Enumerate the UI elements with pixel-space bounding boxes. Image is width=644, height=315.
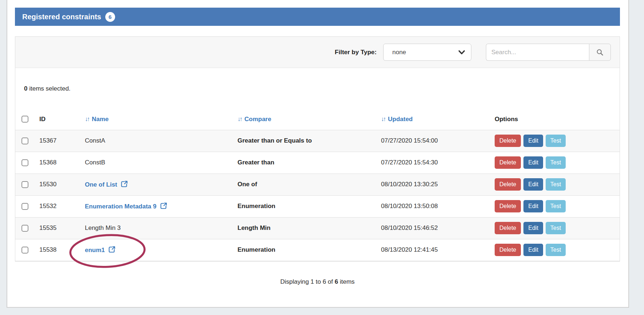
paging-status: Displaying 1 to 6 of 6 items bbox=[15, 278, 620, 286]
external-link-icon[interactable] bbox=[160, 202, 167, 210]
test-button[interactable]: Test bbox=[546, 178, 566, 191]
row-checkbox[interactable] bbox=[21, 225, 28, 232]
page-background: Registered constraints 6 Filter by Type:… bbox=[0, 0, 644, 315]
selection-status: 0 items selected. bbox=[15, 68, 620, 109]
row-updated: 07/27/2020 15:54:30 bbox=[381, 159, 438, 166]
edit-button[interactable]: Edit bbox=[523, 244, 543, 256]
row-name-link[interactable]: Enumeration Metadata 9 bbox=[85, 203, 157, 210]
row-name: ConstA bbox=[85, 137, 105, 144]
type-filter-value: none bbox=[392, 49, 406, 56]
external-link-icon[interactable] bbox=[108, 246, 115, 253]
row-compare: Greater than bbox=[237, 159, 274, 166]
panel-header: Registered constraints 6 bbox=[15, 8, 620, 26]
row-checkbox[interactable] bbox=[21, 203, 28, 210]
row-updated: 08/13/2020 12:41:45 bbox=[381, 246, 438, 253]
table-header-row: ID ↓↑Name ↓↑Compare ↓↑Updated Options bbox=[15, 109, 620, 130]
sort-icon: ↓↑ bbox=[85, 116, 89, 123]
table-row: 15367 ConstA Greater than or Equals to 0… bbox=[15, 130, 620, 152]
row-id: 15532 bbox=[39, 203, 56, 210]
edit-button[interactable]: Edit bbox=[523, 200, 543, 212]
row-checkbox[interactable] bbox=[21, 247, 28, 254]
row-id: 15368 bbox=[39, 159, 56, 166]
delete-button[interactable]: Delete bbox=[495, 135, 521, 147]
row-updated: 07/27/2020 15:54:00 bbox=[381, 137, 438, 144]
column-header-updated[interactable]: ↓↑Updated bbox=[375, 109, 488, 130]
delete-button[interactable]: Delete bbox=[495, 200, 521, 212]
count-badge: 6 bbox=[105, 12, 115, 22]
selected-text: items selected. bbox=[27, 85, 70, 92]
table-row: 15368 ConstB Greater than 07/27/2020 15:… bbox=[15, 152, 620, 174]
search-input[interactable] bbox=[486, 44, 589, 61]
row-name: Length Min 3 bbox=[85, 224, 121, 231]
total-items: 6 bbox=[335, 278, 338, 285]
sort-icon: ↓↑ bbox=[381, 116, 385, 123]
row-compare: Greater than or Equals to bbox=[237, 137, 312, 144]
edit-button[interactable]: Edit bbox=[523, 135, 543, 147]
constraints-card: Filter by Type: none bbox=[15, 36, 620, 262]
row-name-link[interactable]: One of List bbox=[85, 181, 117, 188]
row-id: 15367 bbox=[39, 137, 56, 144]
filter-toolbar: Filter by Type: none bbox=[15, 37, 620, 68]
row-id: 15538 bbox=[39, 246, 56, 253]
row-id: 15530 bbox=[39, 181, 56, 188]
filter-by-type-label: Filter by Type: bbox=[335, 49, 377, 56]
sort-icon: ↓↑ bbox=[237, 116, 242, 123]
row-checkbox[interactable] bbox=[21, 137, 28, 144]
constraints-table: ID ↓↑Name ↓↑Compare ↓↑Updated Options 15… bbox=[15, 109, 620, 261]
edit-button[interactable]: Edit bbox=[523, 156, 543, 169]
test-button[interactable]: Test bbox=[546, 135, 566, 147]
content-panel: Registered constraints 6 Filter by Type:… bbox=[7, 0, 629, 308]
test-button[interactable]: Test bbox=[546, 200, 566, 212]
row-id: 15535 bbox=[39, 224, 56, 231]
delete-button[interactable]: Delete bbox=[495, 178, 521, 191]
delete-button[interactable]: Delete bbox=[495, 222, 521, 234]
row-compare: One of bbox=[237, 181, 257, 188]
delete-button[interactable]: Delete bbox=[495, 156, 521, 169]
column-header-name[interactable]: ↓↑Name bbox=[79, 109, 231, 130]
row-updated: 08/10/2020 13:50:08 bbox=[381, 203, 438, 210]
search-group bbox=[486, 44, 611, 61]
row-compare: Enumeration bbox=[237, 203, 275, 210]
table-row: 15535 Length Min 3 Length Min 08/10/2020… bbox=[15, 217, 620, 239]
edit-button[interactable]: Edit bbox=[523, 178, 543, 191]
row-checkbox[interactable] bbox=[21, 181, 28, 188]
row-compare: Enumeration bbox=[237, 246, 275, 253]
table-row: 15530 One of List One of 08/10/2020 13:3… bbox=[15, 174, 620, 195]
table-row: 15532 Enumeration Metadata 9 Enumeration… bbox=[15, 195, 620, 217]
row-name: ConstB bbox=[85, 159, 105, 166]
row-name-link[interactable]: enum1 bbox=[85, 247, 105, 254]
select-all-checkbox[interactable] bbox=[21, 116, 28, 123]
chevron-down-icon bbox=[458, 50, 465, 55]
row-updated: 08/10/2020 15:46:52 bbox=[381, 224, 438, 231]
table-row: 15538 enum1 Enumeration 08/13/2020 12:41… bbox=[15, 239, 620, 261]
delete-button[interactable]: Delete bbox=[495, 244, 521, 256]
search-button[interactable] bbox=[589, 44, 611, 61]
column-header-id: ID bbox=[33, 109, 79, 130]
page-title: Registered constraints bbox=[22, 13, 101, 21]
column-header-options: Options bbox=[488, 109, 620, 130]
row-updated: 08/10/2020 13:30:25 bbox=[381, 181, 438, 188]
row-compare: Length Min bbox=[237, 224, 271, 231]
type-filter-select[interactable]: none bbox=[383, 44, 471, 61]
edit-button[interactable]: Edit bbox=[523, 222, 543, 234]
test-button[interactable]: Test bbox=[546, 244, 566, 256]
external-link-icon[interactable] bbox=[121, 180, 128, 188]
column-header-compare[interactable]: ↓↑Compare bbox=[231, 109, 375, 130]
search-icon bbox=[596, 49, 604, 56]
row-checkbox[interactable] bbox=[21, 159, 28, 166]
test-button[interactable]: Test bbox=[546, 222, 566, 234]
test-button[interactable]: Test bbox=[546, 156, 566, 169]
